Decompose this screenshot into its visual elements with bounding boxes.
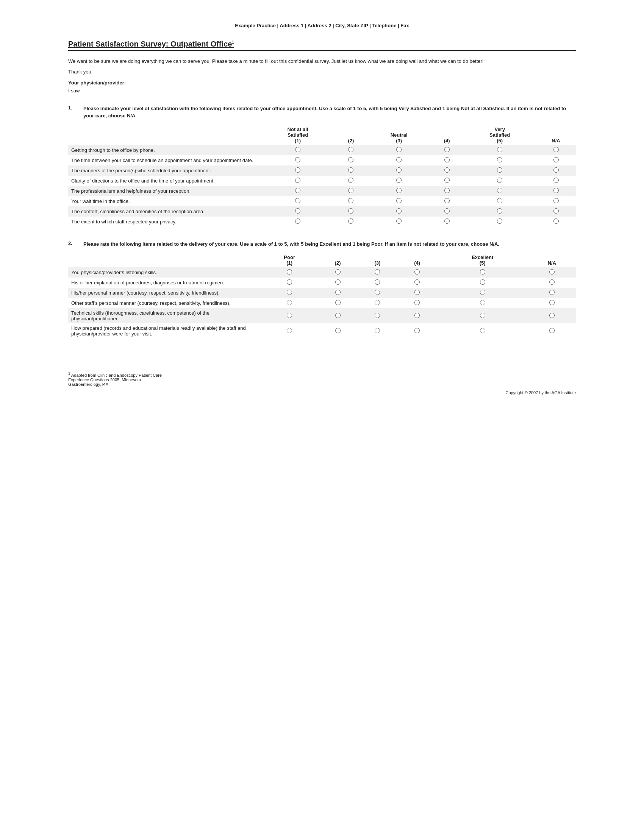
radio-circle-icon — [480, 313, 485, 318]
radio-circle-icon — [414, 269, 420, 275]
q2-radio-cell[interactable] — [261, 267, 318, 278]
q1-radio-cell[interactable] — [335, 155, 367, 166]
q2-radio-cell[interactable] — [318, 298, 357, 308]
q1-radio-cell[interactable] — [536, 155, 576, 166]
q2-radio-cell[interactable] — [398, 288, 437, 298]
q2-radio-cell[interactable] — [357, 323, 398, 338]
radio-circle-icon — [295, 208, 300, 214]
q1-radio-cell[interactable] — [536, 196, 576, 206]
q2-radio-cell[interactable] — [528, 323, 576, 338]
q1-radio-cell[interactable] — [261, 176, 335, 186]
q1-colNA-header: N/A — [536, 125, 576, 145]
radio-circle-icon — [335, 300, 341, 305]
q1-radio-cell[interactable] — [335, 217, 367, 227]
q1-radio-cell[interactable] — [261, 186, 335, 196]
q1-radio-cell[interactable] — [335, 145, 367, 155]
q2-radio-cell[interactable] — [437, 308, 528, 323]
q1-radio-cell[interactable] — [463, 155, 536, 166]
q1-radio-cell[interactable] — [367, 206, 430, 217]
q1-radio-cell[interactable] — [430, 155, 463, 166]
q1-radio-cell[interactable] — [463, 186, 536, 196]
q1-radio-cell[interactable] — [430, 217, 463, 227]
q2-radio-cell[interactable] — [357, 288, 398, 298]
radio-circle-icon — [549, 289, 555, 295]
radio-circle-icon — [444, 219, 450, 224]
q1-radio-cell[interactable] — [335, 166, 367, 176]
q1-radio-cell[interactable] — [536, 166, 576, 176]
q1-radio-cell[interactable] — [430, 145, 463, 155]
q1-radio-cell[interactable] — [536, 176, 576, 186]
q1-radio-cell[interactable] — [367, 186, 430, 196]
radio-circle-icon — [287, 328, 292, 333]
q2-radio-cell[interactable] — [528, 308, 576, 323]
radio-circle-icon — [497, 167, 502, 173]
q1-radio-cell[interactable] — [463, 196, 536, 206]
q2-radio-cell[interactable] — [357, 267, 398, 278]
q2-radio-cell[interactable] — [357, 298, 398, 308]
q1-radio-cell[interactable] — [367, 217, 430, 227]
q1-radio-cell[interactable] — [261, 196, 335, 206]
q1-row-item: The professionalism and helpfulness of y… — [68, 186, 261, 196]
q1-radio-cell[interactable] — [367, 166, 430, 176]
q2-radio-cell[interactable] — [261, 288, 318, 298]
q1-radio-cell[interactable] — [463, 217, 536, 227]
q1-radio-cell[interactable] — [261, 166, 335, 176]
q1-radio-cell[interactable] — [335, 176, 367, 186]
q2-radio-cell[interactable] — [398, 267, 437, 278]
q1-radio-cell[interactable] — [430, 186, 463, 196]
q1-radio-cell[interactable] — [536, 186, 576, 196]
q2-radio-cell[interactable] — [318, 308, 357, 323]
q1-radio-cell[interactable] — [536, 217, 576, 227]
q1-radio-cell[interactable] — [536, 145, 576, 155]
q2-radio-cell[interactable] — [437, 298, 528, 308]
q1-radio-cell[interactable] — [430, 176, 463, 186]
q2-radio-cell[interactable] — [357, 308, 398, 323]
q2-radio-cell[interactable] — [437, 267, 528, 278]
q2-radio-cell[interactable] — [261, 298, 318, 308]
q2-radio-cell[interactable] — [261, 308, 318, 323]
q1-radio-cell[interactable] — [463, 206, 536, 217]
radio-circle-icon — [444, 147, 450, 152]
q2-radio-cell[interactable] — [398, 278, 437, 288]
q1-radio-cell[interactable] — [261, 206, 335, 217]
q1-radio-cell[interactable] — [536, 206, 576, 217]
q2-radio-cell[interactable] — [437, 278, 528, 288]
q2-radio-cell[interactable] — [318, 278, 357, 288]
q2-radio-cell[interactable] — [437, 288, 528, 298]
q1-radio-cell[interactable] — [367, 145, 430, 155]
q1-radio-cell[interactable] — [261, 155, 335, 166]
q2-radio-cell[interactable] — [528, 278, 576, 288]
q1-radio-cell[interactable] — [367, 176, 430, 186]
q1-radio-cell[interactable] — [430, 206, 463, 217]
q2-radio-cell[interactable] — [398, 298, 437, 308]
radio-circle-icon — [554, 167, 559, 173]
radio-circle-icon — [554, 147, 559, 152]
q2-radio-cell[interactable] — [318, 288, 357, 298]
q2-radio-cell[interactable] — [528, 267, 576, 278]
q1-radio-cell[interactable] — [335, 196, 367, 206]
q1-radio-cell[interactable] — [367, 196, 430, 206]
q1-radio-cell[interactable] — [463, 145, 536, 155]
q2-radio-cell[interactable] — [437, 323, 528, 338]
radio-circle-icon — [396, 157, 402, 162]
q2-radio-cell[interactable] — [398, 308, 437, 323]
q1-radio-cell[interactable] — [367, 155, 430, 166]
q1-radio-cell[interactable] — [261, 217, 335, 227]
q1-radio-cell[interactable] — [463, 176, 536, 186]
radio-circle-icon — [287, 280, 292, 285]
q1-radio-cell[interactable] — [335, 186, 367, 196]
q2-radio-cell[interactable] — [398, 323, 437, 338]
q2-radio-cell[interactable] — [528, 298, 576, 308]
q1-radio-cell[interactable] — [430, 166, 463, 176]
q2-radio-cell[interactable] — [318, 267, 357, 278]
q1-radio-cell[interactable] — [430, 196, 463, 206]
q2-radio-cell[interactable] — [318, 323, 357, 338]
q1-radio-cell[interactable] — [335, 206, 367, 217]
q1-radio-cell[interactable] — [261, 145, 335, 155]
radio-circle-icon — [348, 219, 353, 224]
q2-radio-cell[interactable] — [528, 288, 576, 298]
q2-radio-cell[interactable] — [261, 323, 318, 338]
q1-radio-cell[interactable] — [463, 166, 536, 176]
q2-radio-cell[interactable] — [357, 278, 398, 288]
q2-radio-cell[interactable] — [261, 278, 318, 288]
